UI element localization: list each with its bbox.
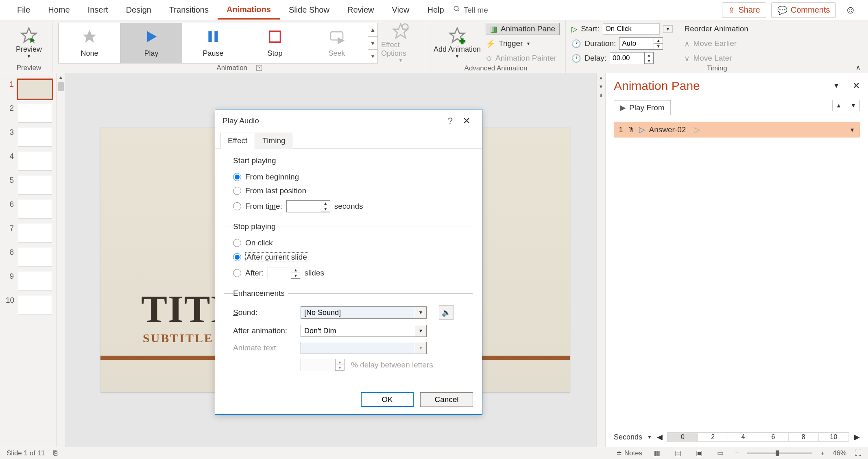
menu-animations[interactable]: Animations [218, 1, 280, 20]
spin-up[interactable]: ▲ [321, 201, 330, 206]
chevron-down-icon[interactable]: ▼ [663, 25, 673, 33]
menu-slideshow[interactable]: Slide Show [280, 1, 338, 19]
tab-effect[interactable]: Effect [220, 133, 255, 149]
radio-after-n-input[interactable] [233, 269, 241, 277]
accessibility-icon[interactable]: ⎘ [53, 449, 57, 457]
zoom-in-icon[interactable]: + [820, 449, 824, 457]
slideshow-view-icon[interactable]: ▭ [714, 448, 727, 458]
thumbnail-scrollbar[interactable]: ▲ [56, 73, 65, 447]
scroll-down-icon[interactable]: ▼ [597, 82, 605, 91]
spin-down[interactable]: ▼ [645, 58, 653, 64]
editor-scrollbar[interactable]: ▲ ▼ ⇟ [596, 73, 605, 447]
delay-input[interactable] [610, 52, 644, 64]
menu-transitions[interactable]: Transitions [160, 1, 218, 19]
zoom-handle[interactable] [776, 450, 779, 456]
tab-timing[interactable]: Timing [255, 133, 293, 149]
anim-pause[interactable]: Pause [182, 23, 244, 63]
reorder-up-button[interactable]: ▲ [832, 100, 845, 111]
chevron-down-icon[interactable]: ▼ [415, 307, 426, 318]
dialog-help-icon[interactable]: ? [442, 116, 458, 126]
scroll-up-icon[interactable]: ▲ [597, 73, 605, 82]
menu-home[interactable]: Home [39, 1, 79, 19]
cancel-button[interactable]: Cancel [420, 392, 473, 407]
fit-to-window-icon[interactable]: ⛶ [855, 449, 861, 457]
close-pane-icon[interactable]: ✕ [853, 81, 860, 91]
radio-on-click-input[interactable] [233, 239, 241, 247]
pane-options-icon[interactable]: ▼ [833, 82, 840, 90]
sound-combo[interactable]: ▼ [301, 306, 427, 319]
slide-thumb-4[interactable]: 4 [0, 149, 65, 173]
play-from-button[interactable]: ▶ Play From [614, 100, 671, 115]
menu-design[interactable]: Design [117, 1, 160, 19]
radio-from-time[interactable]: From time: ▲▼ seconds [233, 198, 473, 215]
after-slides-spinner[interactable]: ▲▼ [268, 267, 300, 279]
notes-button[interactable]: ≐ Notes [616, 449, 642, 457]
timeline-ruler[interactable]: 0 2 4 6 8 10 [667, 432, 849, 442]
slide-thumb-10[interactable]: 10 [0, 293, 65, 317]
anim-stop[interactable]: Stop [244, 23, 306, 63]
menu-help[interactable]: Help [419, 1, 453, 19]
zoom-level[interactable]: 46% [833, 449, 846, 457]
duration-input[interactable] [619, 38, 654, 49]
spin-up[interactable]: ▲ [654, 38, 663, 44]
scroll-thumb[interactable] [58, 82, 64, 91]
menu-review[interactable]: Review [338, 1, 383, 19]
add-animation-button[interactable]: Add Animation ▼ [432, 23, 482, 63]
spin-down[interactable]: ▼ [654, 44, 663, 49]
anim-none[interactable]: None [59, 23, 120, 63]
normal-view-icon[interactable]: ▦ [650, 448, 663, 458]
slide-thumb-1[interactable]: 1 [0, 77, 65, 101]
gallery-down[interactable]: ▼ [368, 37, 377, 50]
slide-thumb-8[interactable]: 8 [0, 245, 65, 269]
radio-from-beginning[interactable]: From beginning [233, 170, 473, 184]
from-time-input[interactable] [287, 201, 321, 212]
collapse-ribbon-icon[interactable]: ∧ [856, 63, 861, 71]
radio-after-current-slide[interactable]: After current slide [233, 250, 473, 264]
scroll-up-icon[interactable]: ▲ [57, 73, 65, 81]
chevron-down-icon[interactable]: ▼ [415, 325, 426, 337]
trigger-button[interactable]: ⚡ Trigger ▼ [486, 37, 560, 50]
after-animation-input[interactable] [301, 325, 415, 337]
timeline-left-icon[interactable]: ◀ [657, 433, 663, 442]
radio-after-current-input[interactable] [233, 253, 241, 261]
tell-me-search[interactable]: Tell me [453, 5, 488, 15]
slide-thumb-5[interactable]: 5 [0, 173, 65, 197]
after-animation-combo[interactable]: ▼ [301, 325, 427, 337]
spin-down[interactable]: ▼ [321, 206, 330, 212]
spin-down[interactable]: ▼ [291, 273, 300, 279]
zoom-slider[interactable] [747, 452, 812, 454]
radio-from-last-input[interactable] [233, 187, 241, 195]
slide-thumb-9[interactable]: 9 [0, 269, 65, 293]
gallery-up[interactable]: ▲ [368, 23, 377, 37]
chevron-down-icon[interactable]: ▼ [647, 434, 652, 440]
animation-list-item[interactable]: 1 🖰 ▷ Answer-02 ▷ ▼ [614, 122, 860, 138]
sound-preview-button[interactable]: 🔈 [439, 305, 454, 320]
radio-after-n-slides[interactable]: After: ▲▼ slides [233, 264, 473, 282]
scroll-down-double-icon[interactable]: ⇟ [597, 91, 605, 100]
start-combo[interactable] [603, 23, 660, 35]
from-time-spinner[interactable]: ▲▼ [286, 200, 330, 212]
spin-up[interactable]: ▲ [291, 267, 300, 273]
timeline-right-icon[interactable]: ▶ [854, 433, 860, 442]
ok-button[interactable]: OK [361, 392, 414, 407]
dialog-launcher-icon[interactable] [256, 65, 262, 71]
menu-insert[interactable]: Insert [79, 1, 117, 19]
duration-spinner[interactable]: ▲▼ [619, 37, 663, 50]
slide-thumb-2[interactable]: 2 [0, 101, 65, 125]
smiley-feedback-icon[interactable]: ☺ [841, 4, 860, 16]
sound-input[interactable] [301, 307, 415, 318]
reorder-down-button[interactable]: ▼ [847, 100, 860, 111]
slide-thumb-6[interactable]: 6 [0, 197, 65, 221]
anim-seek[interactable]: Seek [306, 23, 368, 63]
menu-file[interactable]: File [8, 1, 39, 19]
delay-spinner[interactable]: ▲▼ [610, 52, 654, 64]
zoom-out-icon[interactable]: − [735, 449, 739, 457]
animation-pane-toggle[interactable]: ▥ Animation Pane [486, 23, 560, 35]
gallery-more[interactable]: ▾ [368, 50, 377, 63]
radio-from-beginning-input[interactable] [233, 173, 241, 181]
slide-thumb-3[interactable]: 3 [0, 125, 65, 149]
radio-from-last-position[interactable]: From last position [233, 184, 473, 198]
dialog-titlebar[interactable]: Play Audio ? ✕ [215, 109, 482, 132]
sorter-view-icon[interactable]: ▤ [672, 448, 685, 458]
slide-thumb-7[interactable]: 7 [0, 221, 65, 245]
